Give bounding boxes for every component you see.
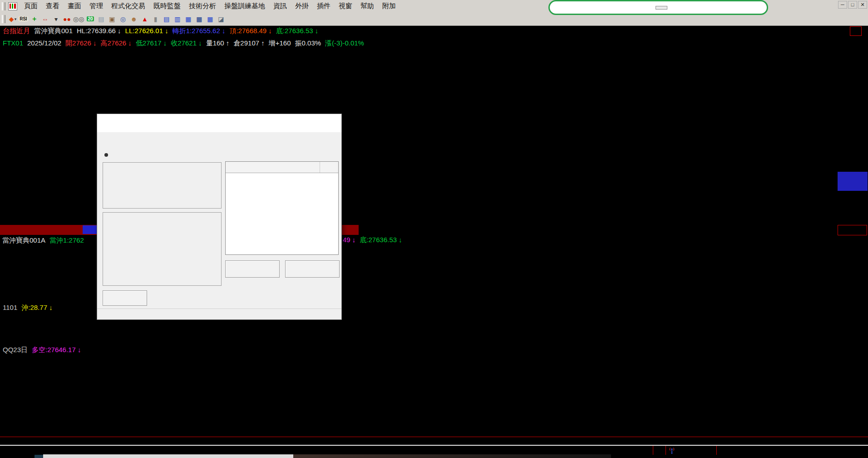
list-header[interactable] (226, 162, 338, 173)
tool-glyph: ＋ (31, 15, 38, 23)
toolbar-icon[interactable]: ▾ (51, 14, 61, 24)
status-separator (653, 446, 653, 455)
tool-glyph: ⇔ (42, 15, 49, 23)
reimport-data-button[interactable] (225, 260, 280, 278)
menu-item[interactable]: 資訊 (269, 1, 291, 11)
tool-glyph: ◎◎ (73, 15, 84, 23)
header-segment: 當沖寶典001A (2, 236, 45, 244)
toolbar-icon[interactable]: ●● (62, 14, 72, 24)
menu-item[interactable]: 畫面 (64, 1, 85, 11)
period-day-icon[interactable] (850, 26, 862, 36)
menu-item[interactable]: 視窗 (335, 1, 356, 11)
menu-item[interactable]: 頁面 (20, 1, 42, 11)
header-segment: 當沖寶典001 (34, 27, 73, 35)
menu-item[interactable]: 附加 (378, 1, 400, 11)
tool-glyph: ▦ (185, 15, 191, 23)
window-control-button[interactable]: □ (848, 1, 857, 9)
header-segment: QQ23日 (3, 346, 28, 353)
tool-glyph: ▦ (196, 15, 202, 23)
toolbar-icon[interactable]: ◎ (118, 14, 128, 24)
menu-item[interactable]: 查看 (42, 1, 64, 11)
toolbar-icon[interactable]: ☻ (129, 14, 139, 24)
toolbar-icon[interactable]: ▣ (107, 14, 117, 24)
qq23-pane-header: QQ23日多空:27646.17 ↓ (3, 346, 85, 354)
init-options-group (103, 212, 222, 286)
header-segment: 底:27636.53 ↓ (360, 236, 402, 244)
toolbar-icon[interactable]: ＋ (30, 14, 39, 24)
timeframe-label[interactable] (838, 225, 867, 235)
data-receiver-dialog (97, 114, 342, 320)
window-controls: ─□✕ (838, 1, 867, 9)
tool-glyph: ●● (63, 15, 71, 23)
minute-pane-header-right: 49 ↓底:27636.53 ↓ (343, 236, 406, 244)
toolbar-icon[interactable]: ▥ (173, 14, 182, 24)
menu-item[interactable]: 管理 (85, 1, 107, 11)
header-segment: 底:27636.53 ↓ (276, 27, 318, 35)
header-segment: 多空:27646.17 ↓ (32, 346, 81, 353)
header-segment: 低27617 ↓ (136, 39, 167, 47)
tool-glyph: ▦ (207, 15, 213, 23)
tool-glyph: ▣ (109, 15, 115, 23)
window-control-button[interactable]: ─ (838, 1, 847, 9)
tool-glyph: ◆ (9, 15, 14, 23)
header-segment: 台指近月 (3, 27, 30, 35)
tool-glyph: ▤ (98, 15, 104, 23)
toolbar-grip[interactable] (2, 2, 5, 10)
toolbar-icon[interactable]: ⇔ (40, 14, 50, 24)
toolbar-icon[interactable]: ▦ (183, 14, 193, 24)
toolbar-icon[interactable]: ▮ (151, 14, 161, 24)
header-segment: 1101 (3, 304, 17, 311)
menu-item[interactable]: 插件 (313, 1, 335, 11)
caret-icon: ▾ (15, 17, 17, 21)
toolbar-grip[interactable] (2, 15, 5, 23)
header-segment: 當沖1:2762 (49, 236, 84, 244)
header-segment: HL:27639.66 ↓ (77, 27, 121, 35)
oscillator-pane-header: 1101沖:28.77 ↓ (3, 304, 57, 312)
toolbar-icon[interactable]: ▲ (140, 14, 150, 24)
radio-bullet-icon[interactable] (104, 153, 108, 157)
status-separator (666, 446, 666, 455)
stop-sharing-button[interactable] (656, 6, 667, 10)
header-segment: 漲(-3)-0.01% (325, 39, 364, 47)
menu-item[interactable]: 程式化交易 (107, 1, 149, 11)
toolbar-icon[interactable]: ▤ (162, 14, 172, 24)
menu-items: 頁面查看畫面管理程式化交易既時監盤技術分析操盤訓練基地資訊外掛插件視窗幫助附加 (20, 1, 400, 11)
header-segment: 49 ↓ (343, 236, 355, 244)
menu-item[interactable]: 幫助 (356, 1, 378, 11)
save-settings-button[interactable] (103, 290, 147, 306)
toolbar-icon[interactable]: ◪ (216, 14, 226, 24)
header-segment: 轉折1:27655.62 ↓ (173, 27, 226, 35)
menu-item[interactable]: 外掛 (291, 1, 313, 11)
header-segment: FTX01 (3, 39, 23, 47)
toolbar-icon[interactable]: ▤ (96, 14, 106, 24)
header-segment: 倉29107 ↑ (233, 39, 264, 47)
toolbar-icon[interactable]: RSI (19, 14, 29, 24)
tool-glyph: ▾ (54, 15, 58, 23)
dialog-titlebar[interactable] (97, 114, 341, 132)
tool-glyph: ▮ (154, 15, 158, 23)
minute-pane-header-left: 當沖寶典001A當沖1:2762 (2, 236, 88, 245)
tool-glyph: ▤ (163, 15, 169, 23)
tool-glyph: ▥ (174, 15, 180, 23)
toolbar-icon[interactable]: ▦ (205, 14, 215, 24)
taskbar-fragment (293, 454, 611, 458)
toolbar-icon[interactable]: ◆▾ (8, 14, 18, 24)
header-segment: 開27626 ↓ (65, 39, 96, 47)
header-segment: 頂:27668.49 ↓ (229, 27, 271, 35)
header-segment: LL:27626.01 ↓ (125, 27, 168, 35)
dde-receive-list[interactable] (225, 161, 339, 255)
screen-share-banner (548, 0, 768, 15)
toolbar-icon[interactable]: ◎◎ (73, 14, 84, 24)
interrupt-button[interactable] (285, 260, 340, 278)
window-control-button[interactable]: ✕ (858, 1, 867, 9)
status-bar (0, 446, 868, 455)
last-price-badge (838, 172, 868, 191)
menu-item[interactable]: 技術分析 (185, 1, 220, 11)
menu-item[interactable]: 既時監盤 (149, 1, 185, 11)
taskbar-fragment (35, 455, 43, 458)
toolbar-icon[interactable]: 20 (85, 14, 95, 24)
chart-header-line2: FTX012025/12/02開27626 ↓高27626 ↓低27617 ↓收… (3, 39, 368, 48)
menu-item[interactable]: 操盤訓練基地 (220, 1, 269, 11)
header-segment: 2025/12/02 (27, 39, 61, 47)
toolbar-icon[interactable]: ▦ (194, 14, 204, 24)
